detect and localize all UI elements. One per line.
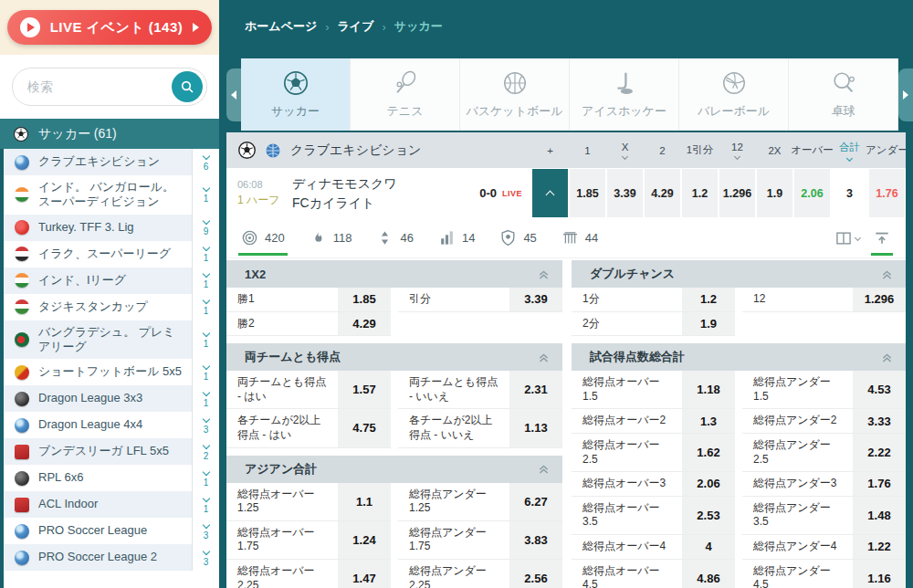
market-section-header[interactable]: アジアン合計 — [226, 456, 562, 483]
league-item[interactable]: バングラデシュ。 プレミアリーグ1 — [0, 320, 219, 360]
league-item[interactable]: RPL 6x61 — [0, 465, 219, 491]
bet-cell[interactable]: 総得点アンダー2.252.56 — [398, 560, 562, 588]
league-item[interactable]: ブンデスリーガ LFL 5x52 — [0, 438, 219, 465]
bet-cell[interactable]: 両チームとも得点 - はい1.57 — [226, 371, 391, 409]
bet-cell[interactable]: 総得点オーバー1.251.1 — [226, 483, 391, 521]
tab-tennis[interactable]: テニス — [351, 58, 460, 131]
league-item[interactable]: Dragon League 4x43 — [0, 412, 219, 438]
market-filter-flame[interactable]: 118 — [310, 229, 352, 247]
league-item[interactable]: Dragon League 3x31 — [0, 385, 219, 412]
bet-cell[interactable]: 勝11.85 — [226, 288, 391, 312]
sidebar-sport-header[interactable]: サッカー (61) — [0, 119, 219, 149]
bet-cell[interactable]: 勝24.29 — [226, 312, 391, 337]
league-item[interactable]: タジキスタンカップ1 — [0, 294, 219, 320]
league-item[interactable]: ショートフットボール 5x51 — [0, 359, 219, 385]
bet-cell[interactable]: 総得点アンダー1.256.27 — [398, 483, 562, 521]
columns-view-toggle[interactable] — [834, 229, 860, 247]
bet-cell[interactable]: 総得点アンダー1.54.53 — [742, 371, 906, 409]
tab-hockey[interactable]: アイスホッケー — [570, 58, 679, 131]
bet-cell[interactable]: 1分1.2 — [572, 288, 735, 312]
odds-column-header[interactable]: アンダー — [868, 141, 906, 161]
odds-column-header[interactable]: 1引分 — [681, 141, 719, 161]
odds-value[interactable]: 3 — [832, 169, 867, 217]
bet-cell[interactable]: 総得点オーバー2.51.62 — [572, 434, 735, 472]
league-expander[interactable]: 1 — [192, 268, 219, 294]
tab-tabletennis[interactable]: 卓球 — [789, 58, 898, 131]
league-item[interactable]: PRO Soccer League3 — [0, 518, 219, 544]
league-expander[interactable]: 1 — [192, 320, 219, 360]
league-item[interactable]: インド、Iリーグ1 — [0, 268, 219, 294]
bet-cell[interactable]: 総得点オーバー4.54.86 — [572, 560, 735, 588]
odds-column-header[interactable]: 合計 — [831, 141, 868, 161]
league-expander[interactable]: 1 — [192, 294, 219, 320]
bet-cell[interactable]: 総得点アンダー3.51.48 — [742, 497, 906, 535]
bet-cell[interactable]: 総得点アンダー2.52.22 — [742, 434, 906, 472]
tab-soccer[interactable]: サッカー — [241, 58, 351, 131]
bet-cell[interactable]: 各チームが2以上得点 - はい4.75 — [226, 409, 391, 447]
league-expander[interactable]: 1 — [192, 175, 219, 215]
bet-cell[interactable]: 総得点アンダー4.51.16 — [742, 560, 906, 588]
odds-value[interactable]: 1.296 — [719, 169, 755, 217]
league-item[interactable]: ACL Indoor1 — [0, 491, 219, 518]
league-expander[interactable]: 9 — [192, 215, 219, 241]
league-expander[interactable]: 1 — [192, 465, 219, 491]
odds-column-header[interactable]: X — [606, 141, 644, 161]
tabs-scroll-right-button[interactable] — [898, 68, 913, 121]
search-input[interactable] — [27, 79, 172, 94]
league-expander[interactable]: 3 — [192, 518, 219, 544]
bet-cell[interactable]: 総得点オーバー3.52.53 — [572, 497, 735, 535]
match-expander[interactable] — [532, 169, 568, 217]
search-button[interactable] — [172, 71, 203, 102]
league-expander[interactable]: 3 — [192, 412, 219, 438]
collapse-button[interactable] — [881, 352, 893, 363]
tab-volleyball[interactable]: バレーボール — [679, 58, 789, 131]
collapse-button[interactable] — [538, 463, 550, 475]
league-expander[interactable]: 1 — [192, 359, 219, 385]
odds-value[interactable]: 2.06 — [794, 169, 830, 217]
odds-column-header[interactable]: オーバー — [793, 141, 831, 161]
bet-cell[interactable]: 総得点オーバー2.251.47 — [226, 560, 391, 588]
odds-column-header[interactable]: 1 — [569, 141, 606, 161]
league-expander[interactable]: 1 — [192, 491, 219, 518]
bet-cell[interactable]: 総得点アンダー1.753.83 — [398, 521, 562, 560]
market-section-header[interactable]: 試合得点数総合計 — [572, 343, 906, 371]
collapse-button[interactable] — [538, 352, 550, 363]
bet-cell[interactable]: 引分3.39 — [398, 288, 562, 312]
tab-basketball[interactable]: バスケットボール — [460, 58, 570, 131]
market-filter-chart[interactable]: 14 — [438, 229, 475, 247]
bet-cell[interactable]: 総得点オーバー1.751.24 — [226, 521, 391, 560]
match-teams[interactable]: ディナモモスクワ FCカイライト — [279, 174, 479, 213]
tabs-scroll-left-button[interactable] — [226, 68, 241, 121]
bet-cell[interactable]: 総得点アンダー41.22 — [742, 535, 906, 560]
league-expander[interactable]: 6 — [192, 149, 219, 175]
league-item[interactable]: PRO Soccer League 23 — [0, 544, 219, 571]
odds-column-header[interactable]: + — [531, 141, 569, 161]
bet-cell[interactable]: 総得点オーバー1.51.18 — [572, 371, 735, 409]
market-filter-updown[interactable]: 46 — [376, 229, 413, 247]
bet-cell[interactable]: 総得点オーバー21.3 — [572, 409, 735, 434]
odds-value[interactable]: 1.2 — [682, 169, 718, 217]
odds-value[interactable]: 1.85 — [570, 169, 605, 217]
odds-value[interactable]: 1.76 — [869, 169, 905, 217]
bet-cell[interactable]: 121.296 — [742, 288, 906, 312]
bet-cell[interactable]: 2分1.9 — [572, 312, 735, 337]
market-filter-target[interactable]: 420 — [241, 229, 285, 247]
odds-value[interactable]: 1.9 — [757, 169, 792, 217]
breadcrumb-link[interactable]: ライブ — [338, 18, 374, 35]
league-item[interactable]: Turkey. TFF 3. Lig9 — [0, 215, 219, 241]
bet-cell[interactable]: 総得点オーバー44 — [572, 535, 735, 560]
bet-cell[interactable]: 総得点オーバー32.06 — [572, 472, 735, 497]
league-expander[interactable]: 2 — [192, 438, 219, 465]
league-item[interactable]: クラブエキシビション6 — [0, 149, 219, 175]
league-item[interactable]: イラク、スーパーリーグ1 — [0, 241, 219, 268]
bet-cell[interactable]: 両チームとも得点 - いいえ2.31 — [398, 371, 562, 409]
breadcrumb-link[interactable]: ホームページ — [245, 18, 317, 35]
odds-value[interactable]: 4.29 — [645, 169, 680, 217]
market-filter-goal[interactable]: 44 — [561, 229, 598, 247]
league-expander[interactable]: 1 — [192, 385, 219, 412]
bet-cell[interactable]: 総得点アンダー31.76 — [742, 472, 906, 497]
market-section-header[interactable]: 1X2 — [226, 260, 562, 288]
market-filter-award[interactable]: 45 — [499, 229, 536, 247]
bet-cell[interactable]: 総得点アンダー23.33 — [742, 409, 906, 434]
live-events-button[interactable]: LIVE イベント (143) — [7, 10, 212, 45]
